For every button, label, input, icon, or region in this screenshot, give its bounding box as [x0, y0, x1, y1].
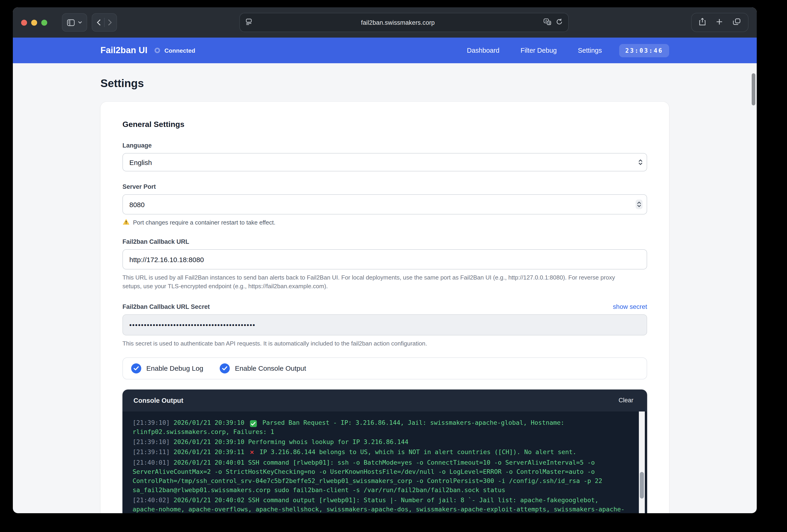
console-line: [21:39:10] 2026/01/21 20:39:10 Performin…: [132, 437, 626, 446]
console-line-timestamp: [21:40:02]: [132, 496, 170, 504]
console-title: Console Output: [133, 397, 184, 404]
console-panel: Console Output Clear [21:39:10] 2026/01/…: [123, 389, 647, 513]
section-title: General Settings: [123, 120, 647, 129]
history-nav-group: [92, 13, 117, 31]
new-tab-icon[interactable]: [716, 18, 723, 27]
svg-text:文: 文: [548, 21, 551, 24]
callback-url-label: Fail2ban Callback URL: [123, 238, 647, 245]
console-line-message: 2026/01/21 20:39:10 Parsed Ban Request -…: [132, 419, 568, 435]
language-value: English: [129, 158, 152, 166]
number-stepper[interactable]: [636, 200, 642, 209]
main-nav: Dashboard Filter Debug Settings: [467, 47, 602, 54]
callback-url-input[interactable]: http://172.16.10.18:8080: [123, 249, 647, 269]
divider: [104, 18, 105, 27]
translate-icon[interactable]: A文: [544, 18, 551, 27]
browser-window: fail2ban.swissmakers.corp A文: [13, 7, 757, 513]
urlbar-wrap: fail2ban.swissmakers.corp A文: [122, 13, 686, 32]
sidebar-toggle-button[interactable]: [62, 13, 87, 31]
console-line-timestamp: [21:39:11]: [132, 448, 170, 456]
console-line: [21:40:02] 2026/01/21 20:40:02 SSH comma…: [132, 495, 626, 513]
toolbar-actions: [691, 13, 748, 32]
callback-url-help: This URL is used by all Fail2Ban instanc…: [123, 273, 622, 291]
app-title: Fail2ban UI: [101, 45, 147, 56]
console-line: [21:39:10] 2026/01/21 20:39:10 Parsed Ba…: [132, 418, 626, 436]
url-text[interactable]: fail2ban.swissmakers.corp: [252, 19, 544, 26]
language-select[interactable]: English: [123, 153, 647, 171]
console-line-message: 2026/01/21 20:39:10 Performing whois loo…: [174, 438, 408, 445]
console-scrollbar-thumb[interactable]: [640, 472, 644, 498]
console-scrollbar-track[interactable]: [639, 411, 645, 513]
header-clock: 23:03:46: [619, 44, 669, 57]
console-line-message: 2026/01/21 20:40:02 SSH command output […: [132, 496, 625, 513]
language-label: Language: [123, 142, 647, 149]
checkbox-checked-icon[interactable]: [131, 363, 141, 373]
console-line-message: 2026/01/21 20:40:01 SSH command [rlwebp0…: [132, 459, 606, 493]
page-main: Settings General Settings Language Engli…: [13, 63, 757, 513]
select-chevrons-icon: [638, 159, 642, 165]
address-bar[interactable]: fail2ban.swissmakers.corp A文: [239, 13, 569, 32]
warning-icon: [123, 219, 130, 226]
share-icon[interactable]: [699, 18, 706, 27]
enable-debug-log-label: Enable Debug Log: [146, 364, 204, 372]
chevron-down-icon: [78, 21, 82, 24]
console-line-timestamp: [21:39:10]: [132, 438, 170, 445]
browser-titlebar: fail2ban.swissmakers.corp A文: [13, 7, 757, 38]
callback-url-value: http://172.16.10.18:8080: [129, 256, 204, 263]
close-window-button[interactable]: [21, 20, 27, 25]
console-log: [21:39:10] 2026/01/21 20:39:10 Parsed Ba…: [132, 418, 626, 513]
error-cross-icon: ×: [250, 448, 254, 457]
callback-secret-masked: ••••••••••••••••••••••••••••••••••••••••…: [129, 321, 256, 328]
nav-filter-debug[interactable]: Filter Debug: [520, 47, 557, 54]
nav-settings[interactable]: Settings: [578, 47, 602, 54]
console-body: [21:39:10] 2026/01/21 20:39:10 Parsed Ba…: [123, 411, 647, 513]
connection-status: Connected: [155, 47, 195, 54]
callback-secret-input[interactable]: ••••••••••••••••••••••••••••••••••••••••…: [123, 314, 647, 335]
reload-icon[interactable]: [556, 18, 563, 27]
console-line-message: 2026/01/21 20:39:11 × IP 3.216.86.144 be…: [174, 448, 576, 456]
page-settings-icon[interactable]: [246, 18, 252, 27]
enable-debug-log-option[interactable]: Enable Debug Log: [131, 363, 204, 373]
console-line-timestamp: [21:40:01]: [132, 459, 170, 466]
tab-overview-icon[interactable]: [733, 18, 741, 27]
traffic-lights: [21, 20, 47, 25]
nav-dashboard[interactable]: Dashboard: [467, 47, 499, 54]
callback-secret-label: Fail2ban Callback URL Secret: [123, 303, 210, 310]
screenshot-root: fail2ban.swissmakers.corp A文: [0, 0, 787, 532]
enable-console-output-option[interactable]: Enable Console Output: [220, 363, 306, 373]
page-scrollbar-thumb[interactable]: [752, 73, 756, 105]
minimize-window-button[interactable]: [31, 20, 37, 25]
console-line: [21:40:01] 2026/01/21 20:40:01 SSH comma…: [132, 458, 626, 494]
debug-options-bar: Enable Debug Log Enable Console Output: [123, 357, 647, 379]
console-line: [21:39:11] 2026/01/21 20:39:11 × IP 3.21…: [132, 447, 626, 457]
console-header: Console Output Clear: [123, 389, 647, 411]
port-warning: Port changes require a container restart…: [123, 219, 647, 226]
page-title: Settings: [101, 77, 669, 90]
back-button[interactable]: [97, 19, 101, 26]
app-header: Fail2ban UI Connected Dashboard Filter D…: [13, 38, 757, 63]
enable-console-output-label: Enable Console Output: [235, 364, 306, 372]
connected-indicator-icon: [155, 48, 160, 53]
settings-card: General Settings Language English Server…: [101, 102, 669, 513]
connected-label: Connected: [165, 47, 195, 54]
success-check-icon: [250, 420, 257, 427]
sidebar-icon: [67, 19, 75, 26]
port-warning-text: Port changes require a container restart…: [133, 219, 275, 226]
console-line-timestamp: [21:39:10]: [132, 419, 170, 426]
server-port-input[interactable]: 8080: [123, 194, 647, 215]
checkbox-checked-icon[interactable]: [220, 363, 230, 373]
server-port-label: Server Port: [123, 183, 647, 190]
zoom-window-button[interactable]: [41, 20, 47, 25]
forward-button[interactable]: [108, 19, 112, 26]
show-secret-link[interactable]: show secret: [613, 303, 647, 310]
callback-secret-help: This secret is used to authenticate ban …: [123, 339, 622, 348]
console-clear-button[interactable]: Clear: [616, 395, 636, 405]
server-port-value: 8080: [129, 200, 145, 208]
